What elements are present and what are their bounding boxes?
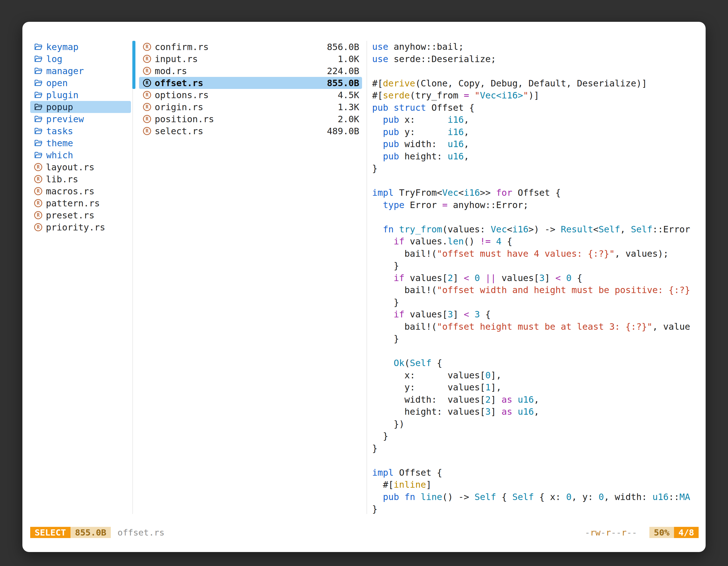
code-line: #[inline]: [372, 479, 702, 491]
code-line: bail!("offset height must be at least 3:…: [372, 321, 702, 333]
code-line: }: [372, 163, 702, 175]
file-row[interactable]: R origin.rs 1.3K: [139, 101, 362, 113]
sidebar-item[interactable]: preview: [30, 113, 131, 125]
code-line: }: [372, 260, 702, 272]
code-line: x: values[0],: [372, 369, 702, 382]
sidebar-item[interactable]: open: [30, 77, 131, 89]
rust-file-icon: R: [34, 199, 42, 207]
file-row[interactable]: R select.rs 489.0B: [139, 125, 362, 137]
code-line: type Error = anyhow::Error;: [372, 199, 702, 212]
sidebar-item-label: log: [46, 54, 62, 64]
sidebar-item-label: manager: [46, 66, 84, 76]
code-line: pub struct Offset {: [372, 102, 702, 114]
file-row[interactable]: R position.rs 2.0K: [139, 113, 362, 125]
sidebar-item[interactable]: R macros.rs: [30, 185, 131, 197]
file-row[interactable]: R options.rs 4.5K: [139, 89, 362, 101]
code-line: #[serde(try_from = "Vec<i16>")]: [372, 90, 702, 102]
file-size: 1.3K: [338, 102, 359, 112]
sidebar-item[interactable]: R preset.rs: [30, 209, 131, 221]
sidebar-item[interactable]: R lib.rs: [30, 173, 131, 185]
sidebar-item-label: tasks: [46, 126, 73, 137]
file-size: 1.0K: [338, 54, 359, 64]
folder-open-icon: [34, 43, 43, 51]
file-name: select.rs: [155, 126, 327, 137]
file-row[interactable]: R offset.rs 855.0B: [139, 77, 362, 89]
rust-file-icon: R: [34, 163, 42, 171]
code-lines: use anyhow::bail;use serde::Deserialize;…: [368, 41, 702, 514]
code-line: [372, 65, 702, 78]
code-line: height: values[3] as u16,: [372, 406, 702, 418]
file-size: 2.0K: [338, 114, 359, 125]
sidebar-item[interactable]: keymap: [30, 41, 131, 53]
code-line: }: [372, 296, 702, 309]
file-row[interactable]: R input.rs 1.0K: [139, 53, 362, 65]
code-line: if values[3] < 3 {: [372, 308, 702, 321]
sidebar: keymap log manager open: [30, 41, 131, 514]
file-size: 4.5K: [338, 90, 359, 100]
rust-file-icon: R: [143, 43, 151, 51]
file-list-pane: R confirm.rs 856.0B R input.rs 1.0K R mo…: [132, 41, 367, 514]
folder-open-icon: [34, 79, 43, 87]
rust-file-icon: R: [34, 223, 42, 231]
code-line: bail!("offset must have 4 values: {:?}",…: [372, 248, 702, 260]
file-name: input.rs: [155, 54, 338, 64]
rust-file-icon: R: [143, 91, 151, 99]
folder-open-icon: [34, 55, 43, 63]
file-size: 855.0B: [327, 78, 359, 88]
folder-open-icon: [34, 128, 43, 135]
rust-file-icon: R: [143, 79, 151, 87]
sidebar-item-label: popup: [46, 102, 73, 112]
sidebar-item-label: preset.rs: [46, 210, 94, 221]
code-line: pub width: u16,: [372, 138, 702, 151]
rust-file-icon: R: [143, 127, 151, 135]
code-line: pub height: u16,: [372, 151, 702, 163]
code-line: y: values[1],: [372, 381, 702, 394]
sidebar-item[interactable]: R layout.rs: [30, 161, 131, 173]
code-line: Ok(Self {: [372, 357, 702, 369]
sidebar-item[interactable]: R pattern.rs: [30, 197, 131, 209]
code-line: }): [372, 418, 702, 430]
folder-open-icon: [34, 67, 43, 75]
sidebar-item[interactable]: R priority.rs: [30, 221, 131, 233]
code-line: if values[2] < 0 || values[3] < 0 {: [372, 272, 702, 284]
status-filename: offset.rs: [118, 527, 165, 537]
code-line: pub fn line() -> Self { Self { x: 0, y: …: [372, 491, 702, 503]
code-line: }: [372, 430, 702, 442]
status-right: -rw-r--r-- 50% 4/8: [585, 527, 699, 538]
code-line: }: [372, 503, 702, 514]
sidebar-item-label: preview: [46, 114, 84, 125]
sidebar-item[interactable]: manager: [30, 65, 131, 77]
sidebar-item[interactable]: popup: [30, 101, 131, 113]
file-size: 489.0B: [327, 126, 359, 137]
sidebar-item[interactable]: which: [30, 149, 131, 161]
code-line: fn try_from(values: Vec<i16>) -> Result<…: [372, 224, 702, 236]
code-line: impl Offset {: [372, 467, 702, 479]
sidebar-item[interactable]: tasks: [30, 125, 131, 137]
code-line: [372, 345, 702, 357]
yazi-file-manager-window: keymap log manager open: [22, 22, 706, 552]
code-line: [372, 211, 702, 224]
code-line: [372, 175, 702, 187]
rust-file-icon: R: [143, 55, 151, 63]
code-line: use anyhow::bail;: [372, 41, 702, 53]
code-line: width: values[2] as u16,: [372, 394, 702, 406]
cursor-position-badge: 4/8: [674, 527, 699, 538]
sidebar-item[interactable]: theme: [30, 137, 131, 149]
status-bar: SELECT 855.0B offset.rs -rw-r--r-- 50% 4…: [30, 527, 699, 538]
sidebar-item-label: plugin: [46, 90, 79, 100]
file-name: offset.rs: [155, 78, 327, 88]
code-line: pub y: i16,: [372, 126, 702, 139]
scroll-percent-badge: 50%: [649, 527, 674, 538]
file-name: confirm.rs: [155, 42, 327, 52]
file-row[interactable]: R mod.rs 224.0B: [139, 65, 362, 77]
scrollbar[interactable]: [132, 41, 135, 89]
sidebar-item[interactable]: log: [30, 53, 131, 65]
code-line: }: [372, 442, 702, 455]
sidebar-item[interactable]: plugin: [30, 89, 131, 101]
status-left: SELECT 855.0B offset.rs: [30, 527, 165, 538]
preview-pane: use anyhow::bail;use serde::Deserialize;…: [368, 41, 702, 514]
file-row[interactable]: R confirm.rs 856.0B: [139, 41, 362, 53]
folder-open-icon: [34, 91, 43, 99]
sidebar-item-label: macros.rs: [46, 186, 94, 197]
folder-open-icon: [34, 140, 43, 147]
